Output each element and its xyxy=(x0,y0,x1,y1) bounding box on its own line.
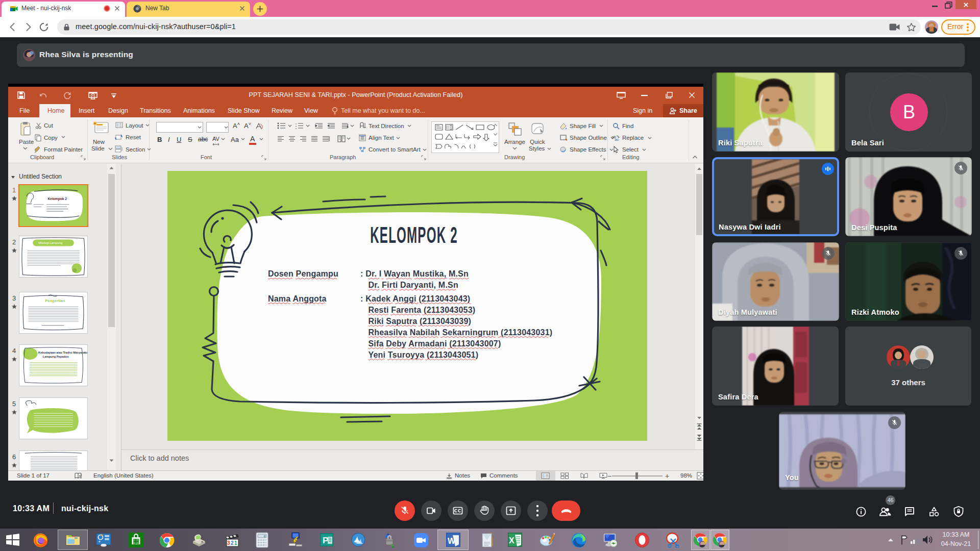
svg-text:: Dr. I Wayan Mustika, M.Sn: : Dr. I Wayan Mustika, M.Sn xyxy=(360,269,469,278)
svg-text:KELOMPOK 2: KELOMPOK 2 xyxy=(370,222,458,248)
svg-text:3: 3 xyxy=(227,540,230,546)
svg-text:ac: ac xyxy=(615,137,619,141)
svg-text:Lampung Pepadun: Lampung Pepadun xyxy=(43,355,69,358)
svg-text:Dosen Pengampu: Dosen Pengampu xyxy=(268,269,338,278)
svg-text:P: P xyxy=(323,536,328,545)
svg-text:W: W xyxy=(448,537,456,545)
svg-text:Rheasilva Nabilah Sekarningrum: Rheasilva Nabilah Sekarningrum (21130430… xyxy=(369,328,553,337)
svg-text:Dr. Firti Daryanti, M.Sn: Dr. Firti Daryanti, M.Sn xyxy=(369,281,458,289)
svg-text:Kelompok 2: Kelompok 2 xyxy=(47,196,67,202)
svg-text:Sifa Deby Armadani (2113043007: Sifa Deby Armadani (2113043007) xyxy=(369,339,501,348)
svg-text:Mitologi Lampung: Mitologi Lampung xyxy=(38,241,62,244)
svg-text:Resti Farenta (2113043053): Resti Farenta (2113043053) xyxy=(369,306,476,314)
svg-text:Nama Anggota: Nama Anggota xyxy=(268,294,327,303)
svg-text:Pengertian: Pengertian xyxy=(45,298,65,303)
svg-text:Kebudayaan atau Tradisi Masyar: Kebudayaan atau Tradisi Masyarakat xyxy=(38,351,87,354)
svg-text:Yeni Tsuroyya (2113043051): Yeni Tsuroyya (2113043051) xyxy=(369,350,479,359)
svg-text:: Kadek Anggi (2113043043): : Kadek Anggi (2113043043) xyxy=(360,294,470,303)
svg-text:Riki Saputra (2113043039): Riki Saputra (2113043039) xyxy=(369,317,472,325)
svg-text:1: 1 xyxy=(234,540,237,546)
svg-text:2: 2 xyxy=(231,540,234,546)
svg-text:X: X xyxy=(509,536,514,545)
